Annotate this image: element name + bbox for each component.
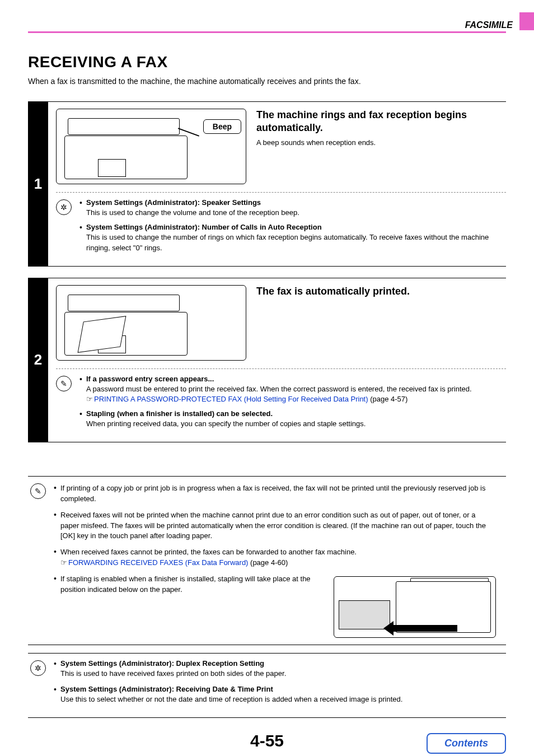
header-tab: [519, 12, 534, 30]
list-item: When received faxes cannot be printed, t…: [54, 547, 496, 568]
step-2: 2 The fax is automatically printed. ✎: [28, 278, 506, 443]
page-title: RECEIVING A FAX: [28, 53, 506, 71]
section-header: FACSIMILE: [465, 20, 516, 30]
list-item: Received faxes will not be printed when …: [54, 510, 496, 542]
list-item: System Settings (Administrator): Speaker…: [79, 198, 506, 218]
stapling-illustration: [334, 576, 496, 638]
password-fax-link[interactable]: PRINTING A PASSWORD-PROTECTED FAX (Hold …: [94, 395, 368, 403]
list-item: System Settings (Administrator): Number …: [79, 223, 506, 254]
intro-text: When a fax is transmitted to the machine…: [28, 77, 506, 86]
list-item: If a password entry screen appears... A …: [79, 375, 506, 405]
pencil-icon: ✎: [56, 376, 72, 391]
step-1: 1 Beep The machine rings and fax recepti…: [28, 101, 506, 267]
gear-icon: ✲: [56, 199, 72, 215]
list-item: System Settings (Administrator): Duplex …: [54, 659, 504, 679]
beep-label: Beep: [203, 119, 241, 134]
step1-illustration: Beep: [56, 109, 246, 184]
step1-heading: The machine rings and fax reception begi…: [256, 109, 506, 135]
contents-button[interactable]: Contents: [427, 733, 506, 754]
gear-note-box: ✲ System Settings (Administrator): Duple…: [28, 653, 506, 718]
pencil-icon: ✎: [30, 483, 46, 499]
list-item: Stapling (when a finisher is installed) …: [79, 409, 506, 430]
step-number: 2: [28, 278, 48, 442]
step2-illustration: [56, 285, 246, 361]
gear-icon: ✲: [30, 660, 46, 676]
step1-desc: A beep sounds when reception ends.: [256, 138, 506, 147]
list-item: System Settings (Administrator): Receivi…: [54, 685, 504, 705]
header-rule: [28, 31, 506, 33]
list-item: If stapling is enabled when a finisher i…: [54, 574, 496, 595]
list-item: If printing of a copy job or print job i…: [54, 483, 496, 505]
pencil-note-box: ✎ If printing of a copy job or print job…: [28, 476, 506, 645]
step-number: 1: [28, 102, 48, 266]
forwarding-faxes-link[interactable]: FORWARDING RECEIVED FAXES (Fax Data Forw…: [68, 558, 248, 567]
step2-heading: The fax is automatically printed.: [256, 285, 410, 298]
